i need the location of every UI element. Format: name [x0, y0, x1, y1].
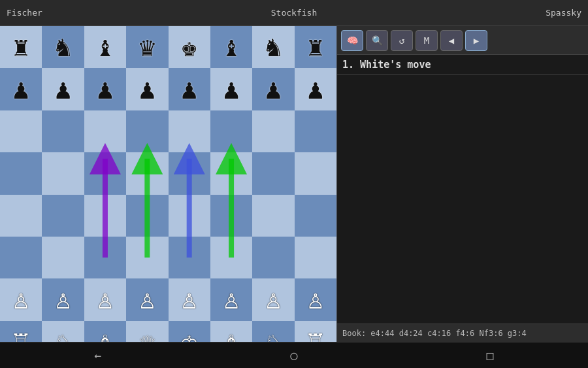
- piece-7-1: ♘: [55, 328, 71, 342]
- square-0-2[interactable]: ♝: [84, 26, 126, 68]
- square-4-2[interactable]: [84, 195, 126, 237]
- square-6-7[interactable]: ♙: [295, 278, 336, 320]
- square-5-6[interactable]: [252, 237, 294, 278]
- square-5-7[interactable]: [295, 237, 336, 278]
- square-3-6[interactable]: [252, 152, 294, 194]
- piece-1-2: ♟: [97, 76, 113, 103]
- toolbar-forward-btn[interactable]: ▶: [465, 30, 487, 51]
- square-6-0[interactable]: ♙: [0, 278, 42, 320]
- square-7-4[interactable]: ♔: [169, 321, 210, 342]
- main-area: ♜♞♝♛♚♝♞♜♟♟♟♟♟♟♟♟♙♙♙♙♙♙♙♙♖♘♗♕♔♗♘♖ 🧠 🔍 ↺ M…: [0, 26, 588, 342]
- square-2-4[interactable]: [169, 110, 210, 152]
- player-center: Stockfish: [78, 8, 510, 18]
- square-2-2[interactable]: [84, 110, 126, 152]
- square-7-7[interactable]: ♖: [295, 321, 336, 342]
- square-2-1[interactable]: [42, 110, 84, 152]
- piece-7-2: ♗: [97, 328, 113, 342]
- piece-1-7: ♟: [307, 76, 323, 103]
- square-2-0[interactable]: [0, 110, 42, 152]
- piece-7-3: ♕: [139, 328, 155, 342]
- square-3-1[interactable]: [42, 152, 84, 194]
- square-6-3[interactable]: ♙: [126, 278, 168, 320]
- square-6-2[interactable]: ♙: [84, 278, 126, 320]
- square-4-0[interactable]: [0, 195, 42, 237]
- chess-board[interactable]: ♜♞♝♛♚♝♞♜♟♟♟♟♟♟♟♟♙♙♙♙♙♙♙♙♖♘♗♕♔♗♘♖: [0, 26, 336, 342]
- piece-0-5: ♝: [223, 33, 239, 61]
- square-7-2[interactable]: ♗: [84, 321, 126, 342]
- square-5-3[interactable]: [126, 237, 168, 278]
- piece-1-0: ♟: [13, 76, 29, 103]
- square-5-0[interactable]: [0, 237, 42, 278]
- nav-back-btn[interactable]: ←: [82, 346, 115, 365]
- square-6-5[interactable]: ♙: [210, 278, 252, 320]
- player-right: Spassky: [510, 8, 588, 18]
- square-1-0[interactable]: ♟: [0, 68, 42, 110]
- square-5-2[interactable]: [84, 237, 126, 278]
- square-0-7[interactable]: ♜: [295, 26, 336, 68]
- square-4-6[interactable]: [252, 195, 294, 237]
- square-3-5[interactable]: [210, 152, 252, 194]
- square-0-4[interactable]: ♚: [169, 26, 210, 68]
- square-1-2[interactable]: ♟: [84, 68, 126, 110]
- toolbar: 🧠 🔍 ↺ M ◀ ▶: [337, 26, 588, 55]
- top-bar: Fischer Stockfish Spassky: [0, 0, 588, 26]
- square-0-0[interactable]: ♜: [0, 26, 42, 68]
- square-1-3[interactable]: ♟: [126, 68, 168, 110]
- piece-1-3: ♟: [139, 76, 155, 103]
- square-1-4[interactable]: ♟: [169, 68, 210, 110]
- square-3-7[interactable]: [295, 152, 336, 194]
- nav-square-btn[interactable]: □: [474, 346, 507, 365]
- square-7-3[interactable]: ♕: [126, 321, 168, 342]
- toolbar-brain-btn[interactable]: 🧠: [341, 30, 363, 51]
- move-label: 1. White's move: [337, 55, 588, 75]
- square-1-5[interactable]: ♟: [210, 68, 252, 110]
- toolbar-search-btn[interactable]: 🔍: [366, 30, 388, 51]
- square-1-1[interactable]: ♟: [42, 68, 84, 110]
- toolbar-mode-btn[interactable]: M: [416, 30, 438, 51]
- square-2-5[interactable]: [210, 110, 252, 152]
- pgn-area[interactable]: [337, 75, 588, 324]
- square-4-5[interactable]: [210, 195, 252, 237]
- square-0-5[interactable]: ♝: [210, 26, 252, 68]
- square-7-0[interactable]: ♖: [0, 321, 42, 342]
- square-5-5[interactable]: [210, 237, 252, 278]
- square-3-3[interactable]: [126, 152, 168, 194]
- board-area: ♜♞♝♛♚♝♞♜♟♟♟♟♟♟♟♟♙♙♙♙♙♙♙♙♖♘♗♕♔♗♘♖: [0, 26, 336, 342]
- square-7-6[interactable]: ♘: [252, 321, 294, 342]
- square-2-6[interactable]: [252, 110, 294, 152]
- square-5-4[interactable]: [169, 237, 210, 278]
- square-3-4[interactable]: [169, 152, 210, 194]
- square-6-4[interactable]: ♙: [169, 278, 210, 320]
- square-3-2[interactable]: [84, 152, 126, 194]
- square-4-1[interactable]: [42, 195, 84, 237]
- piece-7-0: ♖: [13, 328, 29, 342]
- square-7-1[interactable]: ♘: [42, 321, 84, 342]
- square-1-6[interactable]: ♟: [252, 68, 294, 110]
- square-5-1[interactable]: [42, 237, 84, 278]
- piece-0-4: ♚: [181, 33, 197, 61]
- piece-1-4: ♟: [181, 76, 197, 103]
- square-1-7[interactable]: ♟: [295, 68, 336, 110]
- square-4-3[interactable]: [126, 195, 168, 237]
- nav-home-btn[interactable]: ◯: [278, 346, 311, 365]
- piece-6-2: ♙: [97, 286, 113, 313]
- square-7-5[interactable]: ♗: [210, 321, 252, 342]
- square-6-1[interactable]: ♙: [42, 278, 84, 320]
- piece-6-3: ♙: [139, 286, 155, 313]
- square-0-6[interactable]: ♞: [252, 26, 294, 68]
- toolbar-back-btn[interactable]: ◀: [440, 30, 463, 51]
- piece-1-5: ♟: [223, 76, 239, 103]
- square-0-1[interactable]: ♞: [42, 26, 84, 68]
- right-panel: 🧠 🔍 ↺ M ◀ ▶ 1. White's move Book: e4:44 …: [336, 26, 588, 342]
- piece-6-7: ♙: [307, 286, 323, 313]
- square-4-4[interactable]: [169, 195, 210, 237]
- toolbar-refresh-btn[interactable]: ↺: [391, 30, 413, 51]
- square-3-0[interactable]: [0, 152, 42, 194]
- square-2-7[interactable]: [295, 110, 336, 152]
- square-6-6[interactable]: ♙: [252, 278, 294, 320]
- square-0-3[interactable]: ♛: [126, 26, 168, 68]
- book-bar: Book: e4:44 d4:24 c4:16 f4:6 Nf3:6 g3:4: [337, 324, 588, 342]
- square-2-3[interactable]: [126, 110, 168, 152]
- square-4-7[interactable]: [295, 195, 336, 237]
- piece-1-1: ♟: [55, 76, 71, 103]
